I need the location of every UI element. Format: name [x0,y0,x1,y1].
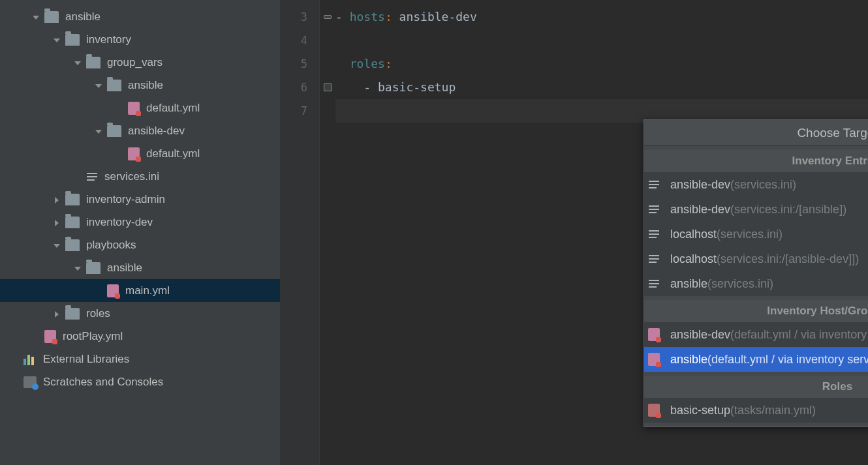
popup-item-ansible-dev[interactable]: ansible-dev (default.yml / via inventory… [644,322,868,347]
popup-item-ansible-dev[interactable]: ansible-dev (services.ini) [644,172,868,197]
svg-marker-9 [55,220,59,226]
tree-item-main-yml[interactable]: main.yml [0,279,280,302]
svg-rect-19 [649,230,659,232]
tree-item-label: ansible [65,10,101,23]
tree-item-label: ansible-dev [128,125,185,138]
folder-icon [86,57,101,68]
svg-rect-14 [649,184,659,185]
tree-item-default-yml[interactable]: default.yml [0,97,280,119]
popup-item-localhost[interactable]: localhost (services.ini) [644,222,868,247]
tree-item-ansible[interactable]: ansible [0,256,280,279]
tree-item-scratches-and-consoles[interactable]: Scratches and Consoles [0,370,280,393]
tree-item-playbooks[interactable]: playbooks [0,233,280,256]
choose-target-popup[interactable]: Choose Target Inventory Entriesansible-d… [643,119,868,427]
tree-item-label: default.yml [146,102,200,115]
tree-item-label: default.yml [146,147,200,160]
tree-item-label: inventory [86,33,131,46]
yaml-file-icon [107,284,119,297]
chevron-down-icon[interactable] [52,241,61,250]
svg-rect-22 [649,255,659,256]
svg-rect-27 [649,286,657,288]
chevron-right-icon[interactable] [52,195,61,204]
chevron-down-icon[interactable] [94,127,103,136]
tree-item-services-ini[interactable]: services.ini [0,165,280,188]
svg-marker-10 [54,244,60,248]
svg-rect-13 [649,181,659,182]
svg-rect-26 [649,283,659,284]
popup-section-header: Inventory Host/Group Vars [644,300,868,322]
popup-item-ansible[interactable]: ansible (default.yml / via inventory ser… [644,347,868,372]
project-tree[interactable]: ansibleinventorygroup_varsansibledefault… [0,0,281,465]
scratches-icon [23,376,37,388]
tree-item-inventory-dev[interactable]: inventory-dev [0,211,280,233]
svg-marker-3 [95,84,102,88]
chevron-down-icon[interactable] [73,58,82,67]
chevron-down-icon[interactable] [94,81,103,90]
svg-rect-5 [87,173,97,174]
tree-item-inventory[interactable]: inventory [0,28,280,51]
svg-rect-18 [649,212,657,213]
line-gutter: 3 4 5 6 7 [281,0,320,465]
ini-file-icon [648,277,660,290]
ini-file-icon [86,170,98,183]
folder-icon [107,80,121,91]
fold-marker-icon[interactable] [324,83,332,91]
tree-item-roles[interactable]: roles [0,302,280,325]
svg-marker-1 [54,38,60,42]
popup-section-header: Roles [644,376,868,398]
tree-item-label: ansible [107,262,142,275]
tree-item-label: inventory-admin [86,193,165,206]
tree-item-rootplay-yml[interactable]: rootPlay.yml [0,325,280,348]
chevron-right-icon[interactable] [52,218,61,227]
svg-rect-15 [649,187,657,188]
folder-icon [65,308,80,320]
tree-item-inventory-admin[interactable]: inventory-admin [0,188,280,211]
tree-item-label: External Libraries [43,353,129,366]
chevron-right-icon[interactable] [52,309,61,318]
tree-item-ansible[interactable]: ansible [0,5,280,28]
tree-item-ansible-dev[interactable]: ansible-dev [0,119,280,142]
external-libraries-icon [23,353,37,365]
folder-icon [65,239,80,251]
folder-icon [86,262,101,274]
folder-icon [65,194,80,205]
svg-marker-0 [33,16,39,20]
tree-item-label: Scratches and Consoles [43,376,163,389]
svg-rect-6 [87,176,97,177]
chevron-down-icon[interactable] [52,35,61,44]
tree-item-group-vars[interactable]: group_vars [0,51,280,74]
folder-icon [107,125,121,137]
yaml-file-icon [648,353,660,366]
tree-item-label: rootPlay.yml [63,330,123,343]
chevron-down-icon[interactable] [73,263,82,273]
tree-item-default-yml[interactable]: default.yml [0,142,280,165]
popup-item-basic-setup[interactable]: basic-setup (tasks/main.yml) [644,398,868,423]
tree-item-label: services.ini [104,170,159,183]
popup-item-ansible[interactable]: ansible (services.ini) [644,271,868,296]
popup-section-header: Inventory Entries [644,150,868,172]
fold-marker-icon[interactable] [324,15,332,19]
svg-rect-25 [649,280,659,281]
svg-marker-12 [55,311,59,318]
chevron-down-icon[interactable] [31,12,40,22]
popup-item-ansible-dev[interactable]: ansible-dev (services.ini:/[ansible]) [644,197,868,222]
svg-rect-23 [649,258,659,260]
tree-item-ansible[interactable]: ansible [0,74,280,97]
tree-item-label: group_vars [107,56,163,69]
popup-item-localhost[interactable]: localhost (services.ini:/[ansible-dev]]) [644,247,868,271]
tree-item-label: inventory-dev [86,216,153,229]
code-editor[interactable]: 3 4 5 6 7 - hosts: ansible-dev roles: - … [281,0,868,465]
yaml-file-icon [648,328,660,341]
svg-rect-24 [649,262,657,263]
folder-icon [65,217,80,228]
tree-item-external-libraries[interactable]: External Libraries [0,348,280,370]
gutter-markers [320,0,335,465]
tree-item-label: ansible [128,79,163,92]
svg-rect-20 [649,233,659,235]
yaml-file-icon [128,147,140,160]
tree-item-label: main.yml [125,284,170,297]
ini-file-icon [648,203,660,216]
popup-title: Choose Target [644,120,868,146]
tree-item-label: roles [86,307,110,320]
tree-item-label: playbooks [86,239,136,252]
